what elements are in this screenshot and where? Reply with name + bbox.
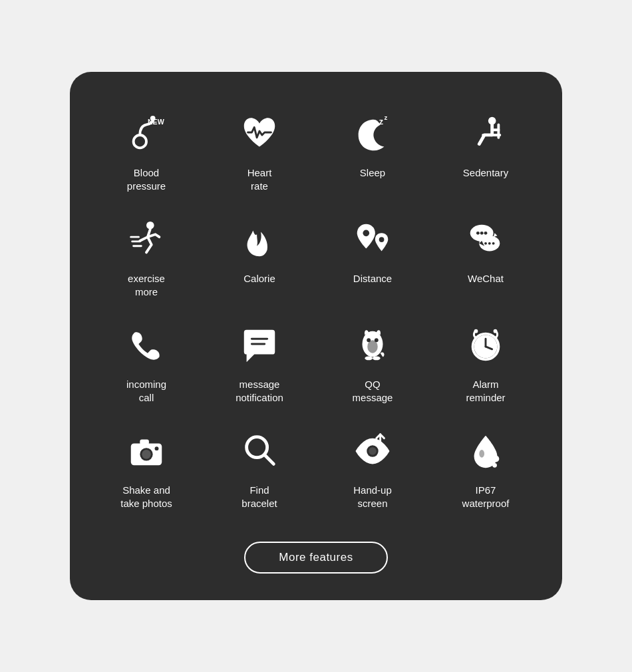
feature-sedentary: Sedentary [429, 98, 542, 204]
eye-icon [349, 428, 396, 474]
svg-text:z: z [384, 114, 387, 121]
calorie-icon [236, 216, 283, 263]
svg-point-29 [373, 356, 381, 360]
find-label: Findbracelet [241, 484, 277, 510]
svg-point-13 [476, 232, 480, 235]
hand-up-label: Hand-upscreen [353, 484, 392, 510]
feature-exercise: exercisemore [90, 204, 203, 310]
svg-point-34 [474, 329, 478, 333]
svg-point-15 [484, 232, 488, 235]
waterproof-label: IP67waterproof [462, 484, 510, 510]
wechat-label: WeChat [468, 272, 504, 285]
feature-blood-pressure: NEW Bloodpressure [90, 98, 203, 204]
svg-point-18 [484, 242, 487, 245]
feature-incoming-call: incomingcall [90, 310, 203, 416]
svg-point-19 [488, 242, 491, 245]
find-icon [236, 428, 283, 474]
feature-message: messagenotification [203, 310, 316, 416]
feature-camera: Shake andtake photos [90, 416, 203, 522]
feature-heart-rate: Heartrate [203, 98, 316, 204]
svg-point-46 [479, 450, 484, 458]
blood-pressure-label: Bloodpressure [127, 166, 166, 192]
svg-point-10 [363, 230, 369, 236]
svg-point-48 [492, 463, 497, 468]
sleep-icon: z z [349, 110, 396, 157]
exercise-icon [123, 216, 170, 263]
sedentary-label: Sedentary [463, 166, 508, 180]
distance-label: Distance [353, 272, 392, 285]
calorie-label: Calorie [243, 272, 275, 285]
blood-pressure-icon: NEW [123, 110, 170, 157]
feature-qq: QQmessage [316, 310, 429, 416]
svg-point-28 [365, 356, 373, 360]
feature-hand-up: Hand-upscreen [316, 416, 429, 522]
feature-waterproof: IP67waterproof [429, 416, 542, 522]
distance-icon [349, 216, 396, 263]
camera-label: Shake andtake photos [120, 484, 172, 510]
svg-point-40 [155, 446, 159, 450]
message-label: messagenotification [236, 378, 283, 404]
svg-point-47 [493, 456, 500, 462]
features-grid: NEW Bloodpressure Heartrate z z [90, 98, 542, 522]
svg-rect-39 [140, 440, 149, 445]
incoming-call-label: incomingcall [126, 378, 166, 404]
heart-rate-icon [236, 110, 283, 157]
feature-sleep: z z Sleep [316, 98, 429, 204]
more-features-button[interactable]: More features [244, 542, 387, 574]
exercise-label: exercisemore [128, 272, 165, 298]
qq-label: QQmessage [353, 378, 393, 404]
feature-calorie: Calorie [203, 204, 316, 310]
water-icon [462, 428, 509, 474]
wechat-icon [462, 216, 509, 263]
svg-point-38 [142, 450, 151, 459]
svg-point-35 [494, 329, 498, 333]
alarm-label: Alarmreminder [466, 378, 505, 404]
svg-text:z: z [379, 117, 383, 126]
heart-rate-label: Heartrate [247, 166, 272, 192]
feature-card: NEW Bloodpressure Heartrate z z [70, 72, 562, 600]
sedentary-icon [462, 110, 509, 157]
feature-alarm: Alarmreminder [429, 310, 542, 416]
phone-icon [123, 322, 170, 369]
feature-find: Findbracelet [203, 416, 316, 522]
feature-distance: Distance [316, 204, 429, 310]
svg-point-0 [134, 135, 146, 148]
svg-point-44 [369, 447, 377, 455]
svg-point-14 [480, 232, 484, 235]
sleep-label: Sleep [360, 166, 385, 180]
alarm-icon [462, 322, 509, 369]
qq-icon [349, 322, 396, 369]
svg-marker-21 [494, 233, 498, 237]
svg-line-42 [265, 455, 274, 464]
svg-point-20 [492, 242, 495, 245]
svg-point-11 [379, 237, 385, 242]
svg-text:NEW: NEW [148, 118, 165, 126]
feature-wechat: WeChat [429, 204, 542, 310]
message-icon [236, 322, 283, 369]
svg-point-27 [367, 340, 378, 353]
camera-icon [123, 428, 170, 474]
